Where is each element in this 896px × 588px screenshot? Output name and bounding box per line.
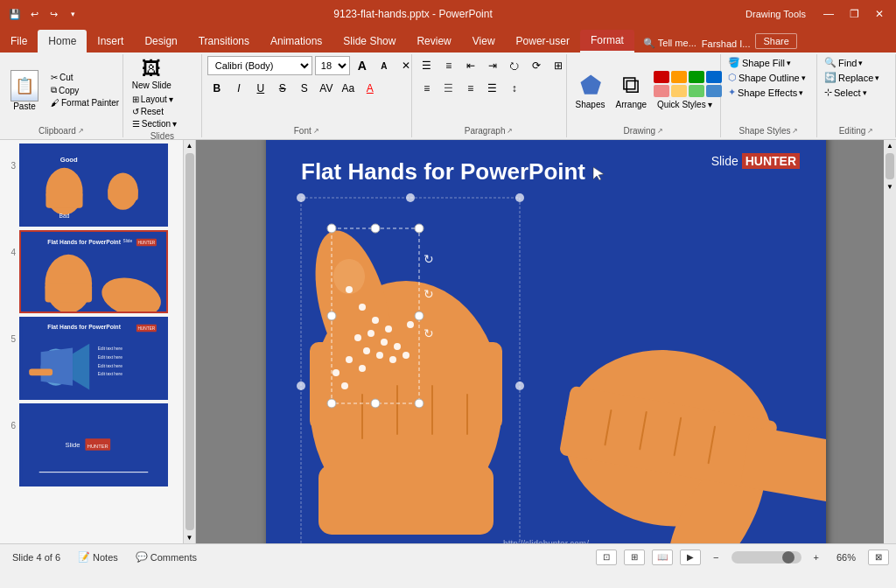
tab-transitions[interactable]: Transitions	[188, 30, 260, 52]
save-icon[interactable]: 💾	[7, 6, 23, 22]
tab-view[interactable]: View	[462, 30, 506, 52]
scroll-up-button[interactable]: ▲	[185, 140, 195, 151]
slide-item-3[interactable]: 3 Good Bad	[4, 144, 179, 227]
convert-smartart-button[interactable]: ⟳	[527, 56, 546, 75]
reset-button[interactable]: ↺ Reset	[129, 106, 180, 117]
tab-review[interactable]: Review	[406, 30, 461, 52]
cut-button[interactable]: ✂ Cut	[47, 72, 122, 83]
character-spacing-button[interactable]: AV	[317, 79, 336, 98]
layout-button[interactable]: ⊞ Layout ▾	[129, 94, 180, 105]
tab-design[interactable]: Design	[134, 30, 187, 52]
style-2[interactable]	[671, 71, 687, 83]
shapes-button[interactable]: ⬟ Shapes	[572, 67, 609, 113]
underline-button[interactable]: U	[251, 79, 270, 98]
style-7[interactable]	[689, 85, 704, 97]
style-1[interactable]	[654, 71, 669, 83]
tell-me[interactable]: 🔍 Tell me...	[643, 38, 696, 49]
font-grow-button[interactable]: A	[353, 56, 372, 75]
canvas-scroll-down[interactable]: ▼	[885, 181, 895, 192]
slide-thumb-3[interactable]: Good Bad	[19, 144, 168, 227]
slide-panel-scrollbar[interactable]: ▲ ▼	[184, 140, 196, 543]
zoom-out-button[interactable]: −	[708, 550, 724, 564]
replace-button[interactable]: 🔄 Replace ▾	[822, 71, 881, 84]
minimize-button[interactable]: —	[818, 6, 839, 22]
align-left-button[interactable]: ≡	[417, 79, 437, 98]
notes-button[interactable]: 📝 Notes	[73, 550, 123, 564]
slideshow-button[interactable]: ▶	[680, 550, 701, 565]
format-painter-button[interactable]: 🖌 Format Painter	[47, 97, 122, 108]
line-spacing-button[interactable]: ↕	[505, 79, 524, 98]
comments-button[interactable]: 💬 Comments	[130, 550, 202, 564]
paragraph-expand-icon[interactable]: ↗	[507, 127, 513, 135]
section-button[interactable]: ☰ Section ▾	[129, 118, 180, 130]
change-case-button[interactable]: Aa	[339, 79, 358, 98]
style-8[interactable]	[706, 85, 722, 97]
shape-styles-expand-icon[interactable]: ↗	[792, 127, 798, 135]
select-button[interactable]: ⊹ Select ▾	[822, 86, 869, 99]
text-shadow-button[interactable]: S	[295, 79, 314, 98]
zoom-slider[interactable]	[732, 551, 802, 564]
style-3[interactable]	[689, 71, 704, 83]
normal-view-button[interactable]: ⊡	[596, 550, 617, 565]
slide-thumb-5[interactable]: Flat Hands for PowerPoint HUNTER Edit te…	[19, 317, 168, 400]
slide-thumb-4[interactable]: Flat Hands for PowerPoint Slide HUNTER	[19, 230, 168, 313]
shape-fill-button[interactable]: 🪣 Shape Fill ▾	[726, 56, 793, 69]
clipboard-expand-icon[interactable]: ↗	[78, 127, 84, 135]
share-button[interactable]: Share	[755, 33, 796, 49]
close-button[interactable]: ✕	[870, 6, 889, 22]
align-center-button[interactable]: ☰	[439, 79, 458, 98]
find-button[interactable]: 🔍 Find ▾	[822, 56, 864, 69]
shape-outline-button[interactable]: ⬡ Shape Outline ▾	[726, 71, 808, 84]
slide-item-4[interactable]: 4 Flat Hands for PowerPoint Slide HUNTER	[4, 230, 179, 313]
scroll-thumb[interactable]	[186, 153, 194, 530]
tab-format[interactable]: Format	[580, 30, 634, 52]
more-icon[interactable]: ▾	[65, 6, 80, 22]
copy-button[interactable]: ⧉ Copy	[47, 84, 122, 96]
tab-slideshow[interactable]: Slide Show	[332, 30, 406, 52]
zoom-in-button[interactable]: +	[808, 550, 824, 564]
slide-sorter-button[interactable]: ⊞	[624, 550, 645, 565]
bullet-list-button[interactable]: ☰	[417, 56, 437, 75]
zoom-level[interactable]: 66%	[831, 550, 861, 564]
tab-poweruser[interactable]: Power-user	[506, 30, 580, 52]
bold-button[interactable]: B	[207, 79, 227, 98]
font-shrink-button[interactable]: A	[374, 56, 394, 75]
shape-effects-button[interactable]: ✦ Shape Effects ▾	[726, 86, 805, 99]
zoom-slider-thumb[interactable]	[782, 551, 794, 564]
drawing-expand-icon[interactable]: ↗	[657, 127, 663, 135]
slide-item-5[interactable]: 5 Flat Hands for PowerPoint HUNTER Edit …	[4, 317, 179, 400]
new-slide-button[interactable]: 🖼 New Slide	[129, 56, 175, 92]
editing-expand-icon[interactable]: ↗	[867, 127, 873, 135]
tab-insert[interactable]: Insert	[87, 30, 134, 52]
canvas-scroll-up[interactable]: ▲	[885, 140, 895, 151]
shape-fill-dropdown[interactable]: ▾	[787, 59, 791, 67]
decrease-indent-button[interactable]: ⇤	[461, 56, 480, 75]
maximize-button[interactable]: ❐	[844, 6, 864, 22]
numbered-list-button[interactable]: ≡	[439, 56, 458, 75]
paste-button[interactable]: 📋 Paste	[5, 66, 44, 115]
text-direction-button[interactable]: ⭮	[505, 56, 524, 75]
quick-styles-button[interactable]: Quick Styles ▾	[654, 99, 722, 110]
shape-effects-dropdown[interactable]: ▾	[799, 88, 803, 97]
find-dropdown[interactable]: ▾	[858, 59, 863, 67]
tab-animations[interactable]: Animations	[260, 30, 332, 52]
style-5[interactable]	[654, 85, 669, 97]
canvas-vscrollbar[interactable]: ▲ ▼	[884, 140, 896, 543]
select-dropdown[interactable]: ▾	[863, 88, 867, 97]
fit-slide-button[interactable]: ⊠	[868, 550, 889, 565]
scroll-down-button[interactable]: ▼	[185, 532, 195, 543]
arrange-button[interactable]: ⧉ Arrange	[612, 67, 650, 113]
undo-icon[interactable]: ↩	[26, 6, 42, 22]
style-6[interactable]	[671, 85, 687, 97]
shape-outline-dropdown[interactable]: ▾	[802, 74, 806, 82]
font-name-select[interactable]: Calibri (Body)	[207, 56, 312, 75]
tab-file[interactable]: File	[0, 30, 38, 52]
reading-view-button[interactable]: 📖	[652, 550, 673, 565]
canvas-scroll-thumb[interactable]	[886, 153, 894, 179]
font-expand-icon[interactable]: ↗	[313, 127, 319, 135]
redo-icon[interactable]: ↪	[46, 6, 61, 22]
align-justify-button[interactable]: ☰	[483, 79, 502, 98]
style-4[interactable]	[706, 71, 722, 83]
replace-dropdown[interactable]: ▾	[875, 74, 879, 82]
strikethrough-button[interactable]: S	[273, 79, 292, 98]
